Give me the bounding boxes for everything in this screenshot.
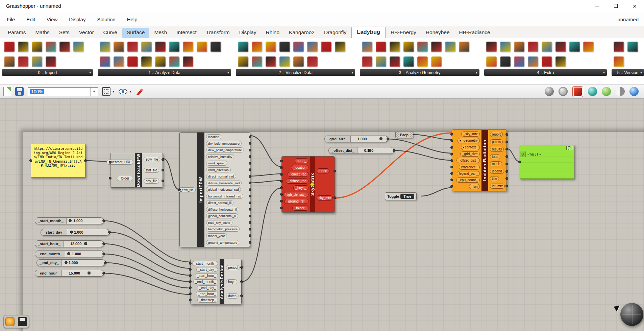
output-port[interactable]: direct_normal_ill [204,200,250,205]
output-port[interactable]: mesh [488,161,506,166]
output-grip[interactable] [387,138,389,140]
component-icon[interactable] [417,42,428,52]
component-icon[interactable] [210,42,221,52]
input-port[interactable]: _epw_file [180,187,197,192]
menu-item[interactable]: Display [69,17,85,22]
port-grip[interactable] [450,166,453,168]
output-port[interactable]: direct_normal_rad [204,174,250,179]
ribbon-group-label[interactable]: 5 :: Version▾ [612,69,644,76]
component-icon[interactable] [32,56,42,67]
component-icon[interactable] [445,42,455,52]
slider-track[interactable]: 1.000 [67,229,109,235]
input-port[interactable]: irradiance_ [452,165,481,170]
input-port[interactable]: _start_hour_ [191,273,220,278]
canvas-paint-icon[interactable] [135,88,144,96]
wire[interactable] [388,139,452,153]
port-grip[interactable] [450,172,453,175]
port-grip[interactable] [189,292,192,295]
wire[interactable] [250,136,281,167]
slider-track[interactable]: 1.000 [351,136,388,142]
port-grip[interactable] [280,200,283,203]
component-icon[interactable] [376,56,386,67]
output-port[interactable]: diffuse_horizontal_ill [204,207,250,212]
wire[interactable] [421,188,452,196]
input-port[interactable]: _run [452,184,481,189]
output-port[interactable]: barometric_pressure [204,227,250,232]
port-grip[interactable] [505,141,508,143]
component-icon[interactable] [528,42,538,52]
ribbon-tab[interactable]: Sets [55,28,74,38]
component-icon[interactable] [127,42,138,52]
port-grip[interactable] [280,160,283,162]
output-port[interactable]: legend [488,169,506,174]
component-icon[interactable] [555,56,566,67]
ribbon-tab[interactable]: Dragonfly [320,28,351,38]
node-boolean-toggle[interactable]: Toggle True [385,192,417,200]
component-icon[interactable] [459,42,469,52]
output-port[interactable]: period [224,265,241,270]
component-icon[interactable] [293,42,304,52]
component-icon[interactable] [542,42,552,52]
input-port[interactable]: _offset_dist_ [452,158,481,163]
output-port[interactable]: hoys [224,279,241,284]
port-grip[interactable] [249,228,251,231]
component-icon[interactable] [376,42,386,52]
ribbon-tab[interactable]: Display [235,28,261,38]
output-port[interactable]: epw_file [142,157,163,162]
input-port[interactable]: _end_month_ [191,279,220,284]
port-grip[interactable] [249,162,251,165]
ribbon-group-label[interactable]: 4 :: Extra▾ [484,69,607,76]
component-icon[interactable] [46,56,56,67]
preview-wireframe-icon[interactable] [559,87,568,96]
node-incidentradiation[interactable]: _sky_mtx_geometrycontext__grid_size_offs… [452,129,507,191]
component-icon[interactable] [169,42,179,52]
ribbon-tab[interactable]: Vector [75,28,98,38]
port-grip[interactable] [450,179,453,181]
port-grip[interactable] [249,175,251,178]
port-grip[interactable] [249,188,251,191]
component-icon[interactable] [4,42,15,52]
component-icon[interactable] [46,42,56,52]
component-icon[interactable] [18,42,28,52]
slider-track[interactable]: 12.000 [64,241,103,247]
output-port[interactable]: relative_humidity [204,154,250,159]
node-url-panel[interactable]: https://climate.onebuilding.org/WMO_Regi… [31,144,85,178]
wire[interactable] [163,159,179,190]
output-port[interactable]: total [488,154,506,159]
component-icon[interactable] [362,42,372,52]
output-port[interactable]: results [488,147,506,152]
node-name-bar[interactable]: SkyMatrix [310,157,315,212]
slider-grid-size[interactable]: _grid_size_ 1.000 [324,136,388,142]
component-icon[interactable] [266,42,276,52]
component-icon[interactable] [4,56,15,67]
port-grip[interactable] [240,266,243,269]
gh-canvas[interactable]: https://climate.onebuilding.org/WMO_Regi… [0,99,644,331]
wire[interactable] [104,273,190,294]
output-grip[interactable] [102,253,105,255]
slider-start-day[interactable]: _start_day_ 1.000 [41,229,109,236]
port-grip[interactable] [249,241,251,244]
output-port[interactable]: total_sky_cover [204,220,250,225]
component-icon[interactable] [431,42,442,52]
output-port[interactable]: dry_bulb_temperature [204,141,250,146]
component-icon[interactable] [169,56,179,67]
node-data-panel[interactable]: {0} 0 <null> [520,145,574,179]
ribbon-tab[interactable]: Curve [99,28,122,38]
port-grip[interactable] [450,153,453,156]
output-grip[interactable] [102,242,105,245]
input-port[interactable]: _location [282,165,310,170]
menu-item[interactable]: View [47,17,57,22]
ribbon-tab[interactable]: HB-Energy [386,28,421,38]
output-port[interactable]: dates [224,293,241,299]
slider-knob[interactable] [69,219,72,222]
ribbon-tab[interactable]: Kangaroo2 [284,28,319,38]
menu-item[interactable]: Solution [97,17,115,22]
slider-knob[interactable] [88,271,91,275]
node-name-bar[interactable]: AnalysisPeriod [220,259,224,304]
input-port[interactable]: north_ [282,158,310,163]
component-icon[interactable] [403,42,414,52]
component-icon[interactable] [500,56,511,67]
port-grip[interactable] [280,173,283,176]
input-port[interactable]: _geometry [452,138,481,143]
node-importepw[interactable]: _epw_file ImportEPW locationdry_bulb_tem… [179,132,250,247]
